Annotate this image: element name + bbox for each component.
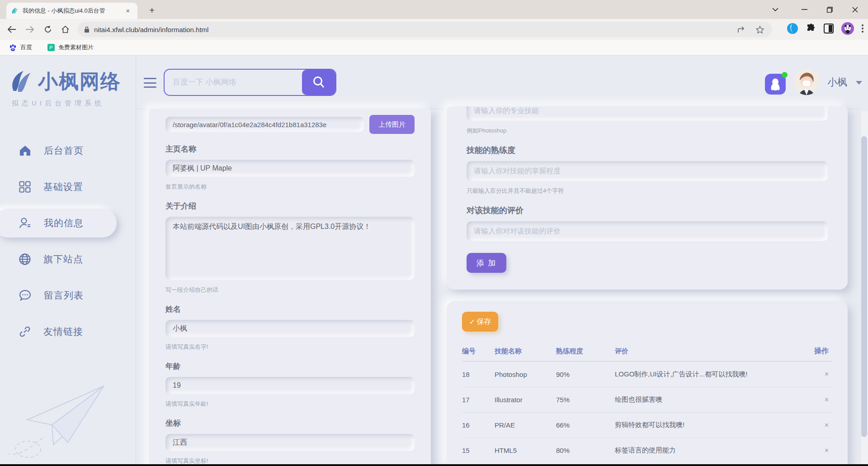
url-bar[interactable]: nitai4.xfwl.club/admin/information.html (78, 22, 772, 37)
skill-level-input[interactable] (467, 161, 828, 181)
search-input[interactable] (165, 70, 302, 95)
page-scrollbar[interactable] (860, 111, 868, 466)
bookmark-label: 百度 (20, 43, 32, 52)
sidebar-menu: 后台首页 基础设置 我的信息 旗下站点 留言列表 友情链接 (0, 133, 136, 350)
logo-title: 小枫网络 (38, 68, 121, 95)
screen-bottom-edge (0, 464, 868, 466)
bookmark-label: 免费素材图片 (58, 43, 94, 52)
sidebar-item-settings[interactable]: 基础设置 (0, 169, 136, 205)
svg-text:du: du (12, 48, 14, 51)
age-input[interactable] (165, 377, 415, 394)
field-help: 请填写真实年龄! (165, 400, 415, 408)
material-site-icon: P (47, 44, 55, 51)
field-label-name: 姓名 (165, 304, 415, 314)
user-avatar[interactable] (793, 69, 820, 95)
skill-form-card: 例如Photoshop 技能的熟练度 只能输入百分比并且不能超过4个字符 对该技… (447, 106, 848, 290)
paper-plane-decoration (0, 336, 136, 466)
delete-row-button[interactable]: × (801, 396, 832, 404)
tab-close-icon[interactable]: × (124, 7, 132, 15)
window-maximize-button[interactable] (819, 0, 840, 19)
field-label-homepage-name: 主页名称 (165, 144, 415, 154)
sidebar-item-my-info[interactable]: 我的信息 (0, 205, 136, 241)
back-button[interactable] (5, 22, 19, 37)
window-chevron-button[interactable] (765, 0, 786, 19)
forward-button[interactable] (23, 22, 37, 37)
search-button[interactable] (302, 70, 335, 95)
home-button[interactable] (58, 22, 72, 37)
qq-penguin-icon (769, 77, 781, 91)
field-help: 写一段介绍自己的话 (165, 286, 415, 294)
baidu-paw-icon: du (9, 44, 17, 52)
bookmark-star-icon[interactable] (756, 26, 764, 33)
field-label-skill-level: 技能的熟练度 (467, 145, 828, 156)
logo-subtitle: 拟态UI后台管理系统 (12, 99, 104, 108)
table-header-row: 编号 技能名称 熟练程度 评价 操作 (462, 342, 832, 361)
bookmark-material[interactable]: P 免费素材图片 (47, 43, 94, 52)
field-help: 只能输入百分比并且不能超过4个字符 (467, 187, 828, 195)
reader-panel-icon[interactable] (824, 24, 834, 33)
sidebar-item-sites[interactable]: 旗下站点 (0, 241, 136, 277)
user-icon (19, 217, 31, 229)
field-help: 首页展示的名称 (165, 183, 415, 191)
table-row: 16 PR/AE 66% 剪辑特效都可以找我噢! × (462, 412, 832, 437)
home-icon (19, 145, 31, 157)
search-icon (312, 76, 326, 89)
save-button[interactable]: ✓保存 (462, 312, 498, 332)
delete-row-button[interactable]: × (801, 370, 832, 378)
app-logo[interactable]: 小枫网络 (7, 67, 121, 95)
search-box (164, 69, 336, 96)
browser-toolbar: nitai4.xfwl.club/admin/information.html (0, 19, 868, 40)
window-minimize-button[interactable] (794, 0, 815, 19)
profile-avatar-icon[interactable] (841, 22, 854, 35)
extension-blue-icon[interactable] (787, 23, 798, 34)
field-help: 例如Photoshop (467, 127, 828, 135)
field-label-about: 关于介绍 (165, 201, 415, 211)
window-close-button[interactable] (844, 0, 865, 19)
share-icon[interactable] (737, 26, 746, 33)
sidebar-divider (136, 56, 136, 466)
check-icon: ✓ (469, 318, 475, 326)
user-name[interactable]: 小枫 (827, 76, 847, 89)
about-textarea[interactable]: 本站前端源代码以及UI图由小枫原创，采用GPL3.0开源协议！ (165, 217, 415, 280)
scrollbar-thumb[interactable] (861, 136, 867, 437)
field-label-age: 年龄 (165, 361, 415, 371)
extensions-puzzle-icon[interactable] (806, 24, 816, 33)
browser-menu-dots-icon[interactable] (862, 24, 863, 33)
sidebar-item-dashboard[interactable]: 后台首页 (0, 133, 136, 169)
skill-name-input[interactable] (467, 106, 828, 121)
grid-icon (19, 181, 31, 193)
avatar-path-input[interactable] (165, 117, 364, 132)
notification-button[interactable] (765, 74, 786, 95)
comment-icon (19, 290, 31, 301)
skill-table-card: ✓保存 编号 技能名称 熟练程度 评价 操作 18 Photoshop 90% … (447, 301, 848, 466)
homepage-name-input[interactable] (165, 160, 415, 177)
lock-icon (84, 26, 90, 33)
bookmark-baidu[interactable]: du 百度 (9, 43, 32, 52)
site-favicon-icon (11, 7, 19, 15)
table-row: 18 Photoshop 90% LOGO制作,UI设计,广告设计...都可以找… (462, 361, 832, 387)
svg-text:P: P (49, 45, 52, 50)
admin-app: 小枫网络 拟态UI后台管理系统 后台首页 基础设置 我的信息 旗下站点 留言列表… (0, 56, 868, 466)
logo-leaf-icon (7, 67, 35, 95)
caret-down-icon[interactable] (856, 81, 862, 85)
menu-toggle-button[interactable] (144, 78, 156, 88)
browser-tab[interactable]: 我的信息 - 小枫拟态ui4.0后台管 × (6, 3, 137, 19)
browser-tabstrip: 我的信息 - 小枫拟态ui4.0后台管 × + (0, 0, 868, 19)
bookmarks-bar: du 百度 P 免费素材图片 (0, 40, 868, 56)
profile-card: 上传图片 主页名称 首页展示的名称 关于介绍 本站前端源代码以及UI图由小枫原创… (149, 109, 431, 466)
new-tab-button[interactable]: + (146, 5, 158, 17)
reload-button[interactable] (41, 22, 55, 37)
add-skill-button[interactable]: 添 加 (467, 253, 506, 273)
tab-title: 我的信息 - 小枫拟态ui4.0后台管 (23, 7, 121, 15)
skill-comment-input[interactable] (467, 221, 828, 241)
field-help: 请填写真实名字! (165, 343, 415, 351)
skills-table: 编号 技能名称 熟练程度 评价 操作 18 Photoshop 90% LOGO… (462, 342, 832, 463)
sidebar-item-messages[interactable]: 留言列表 (0, 277, 136, 314)
real-name-input[interactable] (165, 320, 415, 337)
upload-image-button[interactable]: 上传图片 (369, 115, 415, 134)
table-row: 15 HTML5 80% 标签语言的使用能力 × (462, 437, 832, 463)
field-label-location: 坐标 (165, 418, 415, 428)
delete-row-button[interactable]: × (801, 421, 832, 429)
delete-row-button[interactable]: × (801, 447, 832, 455)
location-input[interactable] (165, 434, 415, 451)
